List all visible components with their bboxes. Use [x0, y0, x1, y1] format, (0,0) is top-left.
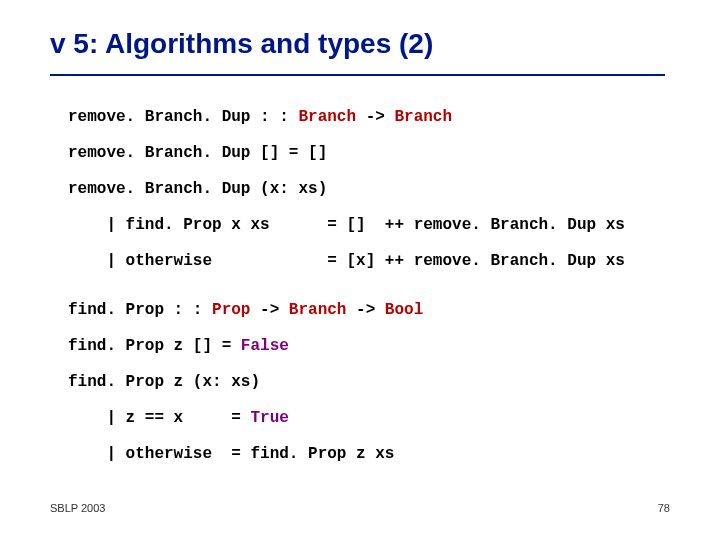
code-line-7: find. Prop z [] = False	[68, 337, 289, 355]
code-text: find. Prop z [] =	[68, 337, 241, 355]
code-line-4: | find. Prop x xs = [] ++ remove. Branch…	[68, 216, 625, 234]
title-underline	[50, 74, 665, 76]
type-branch: Branch	[289, 301, 347, 319]
code-text: remove. Branch. Dup : :	[68, 108, 298, 126]
bool-true: True	[250, 409, 288, 427]
code-line-8: find. Prop z (x: xs)	[68, 373, 260, 391]
code-text: ->	[250, 301, 288, 319]
code-line-10: | otherwise = find. Prop z xs	[68, 445, 394, 463]
code-line-3: remove. Branch. Dup (x: xs)	[68, 180, 327, 198]
code-text: find. Prop : :	[68, 301, 212, 319]
type-prop: Prop	[212, 301, 250, 319]
footer-conference: SBLP 2003	[50, 502, 105, 514]
slide-title: v 5: Algorithms and types (2)	[50, 28, 433, 60]
slide: v 5: Algorithms and types (2) remove. Br…	[0, 0, 720, 540]
code-block-remove-branch-dup: remove. Branch. Dup : : Branch -> Branch…	[68, 108, 625, 270]
code-text: | z == x =	[68, 409, 250, 427]
code-line-5: | otherwise = [x] ++ remove. Branch. Dup…	[68, 252, 625, 270]
code-block-find-prop: find. Prop : : Prop -> Branch -> Bool fi…	[68, 301, 423, 463]
footer-page-number: 78	[658, 502, 670, 514]
code-text: ->	[356, 108, 394, 126]
code-line-1: remove. Branch. Dup : : Branch -> Branch	[68, 108, 452, 126]
type-bool: Bool	[385, 301, 423, 319]
code-line-6: find. Prop : : Prop -> Branch -> Bool	[68, 301, 423, 319]
code-text: ->	[346, 301, 384, 319]
code-line-9: | z == x = True	[68, 409, 289, 427]
type-branch: Branch	[298, 108, 356, 126]
bool-false: False	[241, 337, 289, 355]
code-line-2: remove. Branch. Dup [] = []	[68, 144, 327, 162]
type-branch: Branch	[394, 108, 452, 126]
